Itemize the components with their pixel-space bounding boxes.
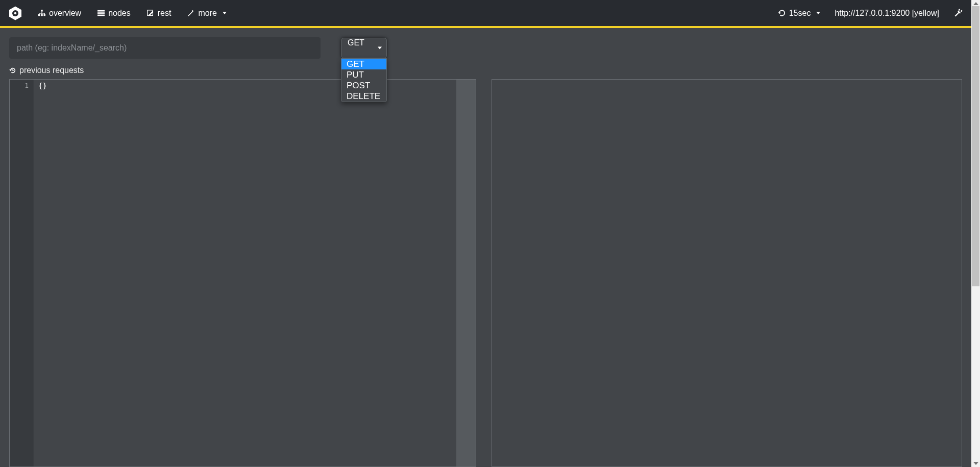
- nav-overview[interactable]: overview: [37, 7, 82, 20]
- scroll-down-icon[interactable]: [973, 462, 978, 465]
- editor-scrollbar[interactable]: [456, 80, 476, 466]
- chevron-down-icon: [816, 12, 820, 14]
- server-url: http://127.0.0.1:9200 [yellow]: [835, 9, 939, 18]
- plug-icon: [953, 9, 963, 18]
- wand-icon: [187, 10, 194, 17]
- app-logo[interactable]: [8, 6, 23, 21]
- method-option-put[interactable]: PUT: [341, 69, 386, 80]
- http-method-selected: GET: [348, 38, 364, 47]
- svg-rect-8: [97, 12, 105, 14]
- editor-content[interactable]: {}: [34, 80, 476, 466]
- nav-nodes-label: nodes: [108, 9, 131, 18]
- scroll-thumb[interactable]: [972, 6, 979, 286]
- page-scrollbar[interactable]: [971, 0, 980, 467]
- svg-rect-5: [41, 14, 43, 16]
- svg-rect-6: [44, 14, 46, 16]
- edit-icon: [147, 10, 154, 17]
- http-method-select[interactable]: GET: [341, 38, 387, 58]
- previous-requests-label: previous requests: [19, 66, 84, 75]
- refresh-interval[interactable]: 15sec: [777, 7, 822, 20]
- scroll-up-icon[interactable]: [973, 2, 978, 5]
- nav-more[interactable]: more: [186, 7, 227, 20]
- top-navbar: overview nodes rest more 15sec: [0, 0, 971, 26]
- nav-more-label: more: [198, 9, 216, 18]
- nav-rest-label: rest: [158, 9, 172, 18]
- sitemap-icon: [38, 10, 45, 17]
- response-panel: [492, 79, 962, 467]
- method-option-get[interactable]: GET: [341, 59, 386, 69]
- nav-overview-label: overview: [49, 9, 81, 18]
- chevron-down-icon: [223, 12, 227, 14]
- method-option-delete[interactable]: DELETE: [341, 91, 386, 102]
- http-method-dropdown: GET PUT POST DELETE: [341, 58, 387, 102]
- svg-rect-7: [97, 10, 105, 11]
- svg-rect-3: [41, 10, 43, 12]
- method-option-post[interactable]: POST: [341, 80, 386, 91]
- svg-rect-9: [97, 14, 105, 16]
- request-body-editor[interactable]: 1 {}: [9, 79, 476, 467]
- previous-requests[interactable]: previous requests: [9, 64, 962, 75]
- history-icon: [9, 67, 16, 74]
- refresh-icon: [778, 10, 786, 17]
- svg-rect-4: [38, 14, 40, 16]
- path-input[interactable]: [9, 37, 321, 59]
- connection-button[interactable]: [952, 7, 964, 20]
- svg-point-2: [14, 12, 17, 14]
- nav-nodes[interactable]: nodes: [96, 7, 132, 20]
- refresh-interval-label: 15sec: [789, 9, 811, 18]
- nav-rest[interactable]: rest: [146, 7, 173, 20]
- editor-gutter: 1: [10, 80, 34, 466]
- list-icon: [97, 10, 105, 17]
